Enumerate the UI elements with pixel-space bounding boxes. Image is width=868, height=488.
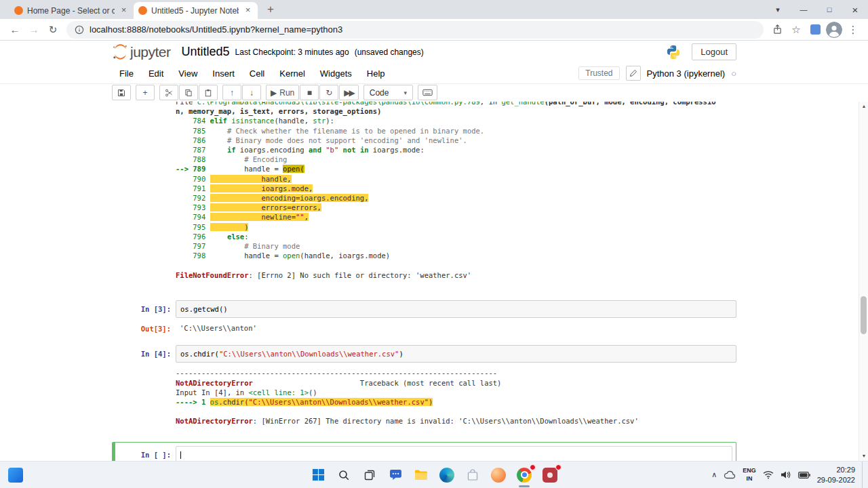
jupyter-favicon: [138, 6, 147, 15]
start-button[interactable]: [310, 466, 327, 483]
new-tab-button[interactable]: +: [262, 1, 279, 18]
jupyter-logo-text: jupyter: [130, 44, 171, 60]
jupyter-menubar-row: File Edit View Insert Cell Kernel Widget…: [0, 63, 868, 84]
forward-icon[interactable]: →: [24, 20, 43, 39]
browser-menu-icon[interactable]: ⋮: [844, 20, 863, 39]
scroll-down-icon[interactable]: ▼: [859, 451, 868, 461]
interrupt-kernel-button[interactable]: ■: [300, 85, 319, 100]
kernel-name[interactable]: Python 3 (ipykernel): [647, 68, 726, 79]
input-prompt: In [3]:: [112, 300, 176, 318]
edit-mode-pencil-icon: [626, 66, 641, 81]
jupyter-header-row: jupyter Untitled5 Last Checkpoint: 3 min…: [0, 41, 868, 63]
window-close-button[interactable]: ×: [842, 0, 868, 19]
restart-run-all-button[interactable]: ▶▶: [339, 85, 358, 100]
copy-cell-button[interactable]: [179, 85, 198, 100]
traceback-notadirectory: ----------------------------------------…: [176, 368, 736, 426]
menu-insert[interactable]: Insert: [205, 64, 242, 83]
paste-cell-button[interactable]: [199, 85, 218, 100]
tab-close-icon[interactable]: ×: [243, 5, 253, 16]
menu-view[interactable]: View: [171, 64, 205, 83]
browser-tab-home[interactable]: Home Page - Select or create a n ×: [9, 2, 134, 19]
share-icon[interactable]: [768, 20, 787, 39]
edge-icon[interactable]: [439, 466, 456, 483]
notebook-title[interactable]: Untitled5: [182, 45, 230, 59]
jupyter-toolbar-row: + ↑ ↓ ▶Run ■ ↻ ▶▶: [0, 84, 868, 104]
cut-cell-button[interactable]: [159, 85, 178, 100]
show-desktop-button[interactable]: [862, 462, 865, 488]
run-button[interactable]: ▶Run: [266, 85, 299, 100]
output-text: 'C:\\Users\\anton': [176, 323, 261, 333]
code-cell-4: In [4]: os.chdir("C:\\Users\\anton\\Down…: [112, 345, 736, 363]
desktop: Home Page - Select or create a n × Untit…: [0, 0, 868, 488]
menu-kernel[interactable]: Kernel: [272, 64, 313, 83]
logout-button[interactable]: Logout: [692, 43, 736, 60]
move-cell-up-button[interactable]: ↑: [222, 85, 241, 100]
code-cell-empty-selected[interactable]: In [ ]:: [112, 442, 736, 461]
notification-badge: [555, 464, 561, 470]
scrollbar-thumb[interactable]: [861, 296, 867, 334]
menu-help[interactable]: Help: [359, 64, 393, 83]
battery-icon[interactable]: [798, 472, 810, 479]
task-view-icon[interactable]: [361, 466, 378, 483]
bookmark-star-icon[interactable]: ☆: [787, 20, 806, 39]
restart-kernel-button[interactable]: ↻: [319, 85, 338, 100]
window-controls: ▾ — □ ×: [765, 0, 868, 19]
app-icon-red[interactable]: [542, 466, 559, 483]
reload-icon[interactable]: ↻: [43, 20, 62, 39]
app-icon-orange[interactable]: [490, 466, 507, 483]
jupyter-logo-icon: [112, 43, 129, 60]
store-icon[interactable]: [465, 466, 481, 483]
site-info-icon[interactable]: [75, 25, 84, 35]
search-icon[interactable]: [336, 466, 353, 483]
profile-avatar[interactable]: [826, 22, 842, 38]
volume-icon[interactable]: [781, 470, 791, 479]
python-logo-icon: [666, 45, 681, 60]
code-input-4[interactable]: os.chdir("C:\\Users\\anton\\Downloads\\w…: [176, 345, 736, 363]
tab-title: Untitled5 - Jupyter Notebook: [151, 6, 239, 16]
input-prompt: In [4]:: [112, 345, 176, 363]
run-play-icon: ▶: [271, 88, 277, 98]
menu-cell[interactable]: Cell: [242, 64, 272, 83]
menu-edit[interactable]: Edit: [141, 64, 171, 83]
wifi-icon[interactable]: [763, 470, 774, 479]
command-palette-button[interactable]: [418, 85, 437, 100]
code-input-empty[interactable]: [176, 446, 732, 461]
clock[interactable]: 20:29 29-09-2022: [817, 465, 855, 485]
window-minimize-button[interactable]: —: [791, 0, 816, 19]
add-cell-button[interactable]: +: [136, 85, 155, 100]
notebook-area: File c:\ProgramData\Anaconda3\lib\site-p…: [0, 102, 859, 461]
save-button[interactable]: [112, 85, 131, 100]
unsaved-changes-text: (unsaved changes): [355, 47, 424, 57]
output-prompt: Out[3]:: [112, 323, 176, 333]
back-icon[interactable]: ←: [5, 20, 24, 39]
clock-time: 20:29: [817, 465, 855, 474]
jupyter-logo[interactable]: jupyter: [112, 43, 171, 60]
traceback-filenotfound: File c:\ProgramData\Anaconda3\lib\site-p…: [176, 102, 736, 280]
checkpoint-text: Last Checkpoint: 3 minutes ago: [235, 47, 349, 57]
chat-icon[interactable]: [387, 466, 404, 483]
pinned-app-icon[interactable]: [7, 466, 24, 483]
browser-tab-strip: Home Page - Select or create a n × Untit…: [0, 0, 868, 19]
tray-chevron-up-icon[interactable]: ∧: [711, 470, 717, 479]
move-cell-down-button[interactable]: ↓: [242, 85, 261, 100]
tab-search-icon[interactable]: ▾: [765, 0, 791, 19]
code-input-3[interactable]: os.getcwd(): [176, 300, 736, 318]
url-bar[interactable]: localhost:8888/notebooks/Untitled5.ipynb…: [66, 21, 764, 39]
language-indicator[interactable]: ENG IN: [743, 467, 756, 483]
clock-date: 29-09-2022: [817, 475, 855, 485]
cell-type-select[interactable]: Code ▾: [363, 85, 413, 100]
menu-file[interactable]: File: [112, 64, 141, 83]
url-text[interactable]: localhost:8888/notebooks/Untitled5.ipynb…: [90, 24, 342, 35]
scroll-up-icon[interactable]: ▲: [859, 102, 868, 111]
menu-widgets[interactable]: Widgets: [313, 64, 359, 83]
tab-close-icon[interactable]: ×: [119, 5, 129, 16]
file-explorer-icon[interactable]: [413, 466, 430, 483]
extension-icon[interactable]: [806, 20, 825, 39]
windows-taskbar: ∧ ENG IN 20:29 29-09-2022: [0, 461, 868, 488]
onedrive-cloud-icon[interactable]: [724, 470, 736, 479]
vertical-scrollbar[interactable]: ▲ ▼: [859, 102, 868, 461]
trusted-badge: Trusted: [578, 66, 619, 80]
chrome-icon[interactable]: [516, 466, 533, 483]
browser-tab-notebook[interactable]: Untitled5 - Jupyter Notebook ×: [134, 2, 258, 19]
window-maximize-button[interactable]: □: [816, 0, 842, 19]
